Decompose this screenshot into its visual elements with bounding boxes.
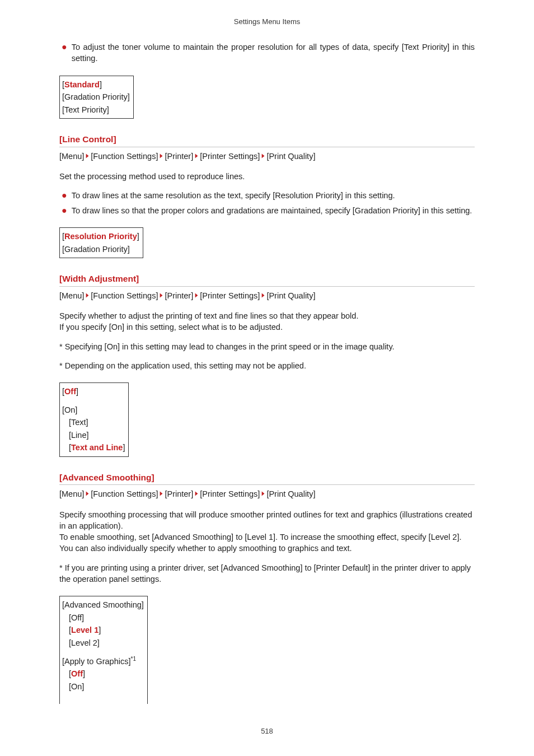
option-item: [Off] <box>62 612 144 624</box>
note-text: * If you are printing using a printer dr… <box>59 562 475 585</box>
breadcrumb-item: [Printer Settings] <box>200 152 260 161</box>
option-item: [Level 2] <box>62 637 144 649</box>
breadcrumb-item: [Printer Settings] <box>200 291 260 300</box>
option-item: [Off] <box>62 385 125 398</box>
bullet-item: ●To draw lines at the same resolution as… <box>62 190 475 201</box>
bullet-item: ●To draw lines so that the proper colors… <box>62 205 475 216</box>
option-item: [Off] <box>62 668 144 680</box>
option-default: Standard <box>64 80 100 89</box>
chevron-right-icon <box>159 489 163 499</box>
breadcrumb: [Menu][Function Settings][Printer][Print… <box>59 290 475 301</box>
body-text: Specify smoothing processing that will p… <box>59 509 475 554</box>
bullet-dot-icon: ● <box>62 205 67 216</box>
breadcrumb-item: [Print Quality] <box>266 152 315 161</box>
options-box: [Resolution Priority][Gradation Priority… <box>59 227 143 258</box>
section: [Width Adjustment][Menu][Function Settin… <box>59 273 475 457</box>
breadcrumb-item: [Printer Settings] <box>200 489 260 498</box>
chevron-right-icon <box>261 489 265 499</box>
section: [Line Control][Menu][Function Settings][… <box>59 133 475 258</box>
breadcrumb-item: [Print Quality] <box>266 291 315 300</box>
breadcrumb-item: [Print Quality] <box>266 489 315 498</box>
option-item: [Line] <box>62 429 125 441</box>
section-title: [Width Adjustment] <box>59 273 475 287</box>
breadcrumb-item: [Printer] <box>165 152 193 161</box>
breadcrumb-item: [Function Settings] <box>91 152 158 161</box>
option-item: [Text Priority] <box>62 104 130 116</box>
breadcrumb-item: [Function Settings] <box>91 489 158 498</box>
chevron-right-icon <box>85 152 90 161</box>
intro-options: [Standard][Gradation Priority][Text Prio… <box>59 76 134 119</box>
chevron-right-icon <box>85 291 90 301</box>
bullet-list: ●To draw lines at the same resolution as… <box>59 190 475 216</box>
bullet-dot-icon: ● <box>62 41 67 53</box>
option-item: [On] <box>62 680 144 693</box>
option-default: Level 1 <box>71 626 99 634</box>
chevron-right-icon <box>194 291 199 301</box>
note-text: * Specifying [On] in this setting may le… <box>59 341 475 352</box>
page-header: Settings Menu Items <box>59 17 475 27</box>
option-item: [Advanced Smoothing] <box>62 599 144 611</box>
breadcrumb-item: [Printer] <box>165 489 193 498</box>
option-default: Resolution Priority <box>64 232 137 241</box>
page-number: 518 <box>59 726 475 736</box>
page: Settings Menu Items ●To adjust the toner… <box>0 0 534 748</box>
breadcrumb-item: [Menu] <box>59 291 84 300</box>
option-default: Off <box>64 387 76 396</box>
option-item: [Text] <box>62 416 125 428</box>
breadcrumb: [Menu][Function Settings][Printer][Print… <box>59 488 475 500</box>
intro-bullets: ●To adjust the toner volume to maintain … <box>59 41 475 64</box>
bullet-item: ●To adjust the toner volume to maintain … <box>62 41 475 64</box>
bullet-dot-icon: ● <box>62 190 67 201</box>
option-item: [Gradation Priority] <box>62 243 139 255</box>
bullet-text: To adjust the toner volume to maintain t… <box>72 41 475 64</box>
breadcrumb-item: [Menu] <box>59 152 84 161</box>
breadcrumb-item: [Menu] <box>59 489 84 498</box>
options-box: [Advanced Smoothing][Off][Level 1][Level… <box>59 596 148 704</box>
breadcrumb-item: [Printer] <box>165 291 193 300</box>
chevron-right-icon <box>194 489 199 499</box>
chevron-right-icon <box>85 489 90 499</box>
section-title: [Line Control] <box>59 133 475 147</box>
chevron-right-icon <box>261 152 265 161</box>
chevron-right-icon <box>194 152 199 161</box>
chevron-right-icon <box>261 291 265 301</box>
breadcrumb-item: [Function Settings] <box>91 291 158 300</box>
breadcrumb: [Menu][Function Settings][Printer][Print… <box>59 151 475 162</box>
option-item: [Gradation Priority] <box>62 91 130 103</box>
option-default: Text and Line <box>71 443 123 452</box>
chevron-right-icon <box>159 152 163 161</box>
option-item: [Text and Line] <box>62 441 125 454</box>
option-item: [Level 1] <box>62 624 144 636</box>
section-title: [Advanced Smoothing] <box>59 472 475 486</box>
option-default: Off <box>71 669 83 678</box>
options-box: [Off][On][Text][Line][Text and Line] <box>59 382 129 456</box>
bullet-text: To draw lines so that the proper colors … <box>72 205 475 216</box>
option-item: [Standard] <box>62 78 130 91</box>
body-text: Specify whether to adjust the printing o… <box>59 310 475 333</box>
note-text: * Depending on the application used, thi… <box>59 360 475 371</box>
body-text: Set the processing method used to reprod… <box>59 171 475 182</box>
option-superscript: *1 <box>131 656 136 662</box>
chevron-right-icon <box>159 291 163 301</box>
option-item: [On] <box>62 404 125 416</box>
bullet-text: To draw lines at the same resolution as … <box>72 190 475 201</box>
option-item: [Apply to Graphics]*1 <box>62 655 144 668</box>
option-item: [Resolution Priority] <box>62 230 139 242</box>
section: [Advanced Smoothing][Menu][Function Sett… <box>59 472 475 704</box>
